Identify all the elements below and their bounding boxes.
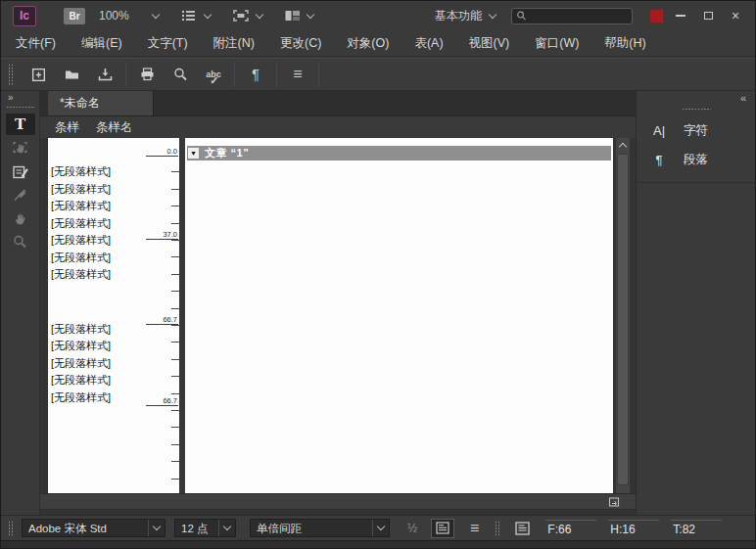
hand-icon xyxy=(12,210,28,226)
page-arrow-icon xyxy=(608,496,621,508)
toolbar-grip[interactable] xyxy=(8,64,13,85)
status-bar: Adobe 宋体 Std 12 点 单倍间距 ½ ≡ F:66 H:16 xyxy=(1,515,755,540)
tools-panel: » T xyxy=(1,91,40,515)
print-button[interactable] xyxy=(132,62,162,87)
menu-help[interactable]: 帮助(H) xyxy=(591,35,658,52)
chevron-down-icon xyxy=(306,10,313,18)
bridge-button[interactable]: Br xyxy=(64,8,85,24)
font-family-value: Adobe 宋体 Std xyxy=(23,520,148,536)
tools-panel-grip[interactable] xyxy=(6,106,35,110)
menu-edit[interactable]: 编辑(E) xyxy=(69,35,135,52)
workspace-switcher[interactable]: 基本功能 xyxy=(435,8,496,24)
paragraph-style-label: [无段落样式] xyxy=(48,250,145,267)
font-size-select[interactable]: 12 点 xyxy=(174,519,236,537)
tab-galley[interactable]: 条样 xyxy=(55,119,79,136)
paragraph-style-label: [无段落样式] xyxy=(48,266,145,284)
maximize-button[interactable] xyxy=(694,7,722,24)
ruler-label: 0.0 xyxy=(146,148,178,157)
paragraph-style-label: [无段落样式] xyxy=(48,389,145,407)
tab-galley-name[interactable]: 条样名 xyxy=(96,119,133,136)
chevron-down-icon xyxy=(203,10,211,18)
pilcrow-icon: ¶ xyxy=(252,67,260,82)
find-button[interactable] xyxy=(165,62,195,87)
zoom-tool[interactable] xyxy=(6,231,35,252)
statusbar-grip[interactable] xyxy=(495,521,499,536)
statusbar-grip[interactable] xyxy=(8,521,13,536)
hamburger-menu-icon: ≡ xyxy=(293,66,302,83)
copyfit-info-button[interactable] xyxy=(510,519,534,538)
menu-file[interactable]: 文件(F) xyxy=(3,35,69,52)
panel-character[interactable]: A| 字符 xyxy=(637,115,755,145)
open-document-button[interactable] xyxy=(57,62,86,87)
document-tab[interactable]: *未命名 xyxy=(48,91,154,115)
chevron-down-icon xyxy=(255,10,262,18)
menu-window[interactable]: 窗口(W) xyxy=(522,35,591,52)
line-spacing-select[interactable]: 单倍间距 xyxy=(250,519,390,537)
new-document-button[interactable] xyxy=(24,62,53,87)
eyedropper-icon xyxy=(12,187,28,203)
ruler-label: 37.0 xyxy=(146,231,178,240)
spellcheck-icon: abc ✓ xyxy=(206,69,221,79)
search-box[interactable] xyxy=(511,8,633,24)
incopy-window: Ic Br 100% xyxy=(0,0,756,549)
panel-paragraph[interactable]: ¶ 段落 xyxy=(637,145,755,174)
font-size-value: 12 点 xyxy=(175,520,218,536)
type-tool[interactable]: T xyxy=(6,114,35,135)
chevron-down-icon xyxy=(489,10,496,18)
menu-object[interactable]: 对象(O) xyxy=(334,35,402,52)
menu-type[interactable]: 文字(T) xyxy=(135,35,201,52)
window-bottom-edge xyxy=(1,540,755,548)
line-spacing-value: 单倍间距 xyxy=(251,520,372,536)
paragraph-style-label: [无段落样式] xyxy=(48,198,145,215)
main-toolbar: abc ✓ ¶ ≡ xyxy=(1,58,755,91)
arrange-documents-button[interactable] xyxy=(284,9,313,23)
toolbar-separator xyxy=(125,62,126,87)
font-family-select[interactable]: Adobe 宋体 Std xyxy=(22,519,165,537)
menu-notes[interactable]: 附注(N) xyxy=(201,35,267,52)
statusbar-menu-icon[interactable]: ≡ xyxy=(470,520,479,537)
story-header-bar[interactable]: ▼ 文章 “1” xyxy=(187,146,611,160)
vertical-scrollbar[interactable] xyxy=(616,138,630,493)
save-button[interactable] xyxy=(90,62,119,87)
red-indicator xyxy=(650,10,663,23)
horizontal-scrollbar[interactable] xyxy=(40,493,636,510)
menu-changes[interactable]: 更改(C) xyxy=(267,35,334,52)
menu-table[interactable]: 表(A) xyxy=(402,35,455,52)
minimize-button[interactable] xyxy=(667,7,694,24)
chevron-box xyxy=(218,520,235,536)
collapse-panels-icon[interactable]: « xyxy=(637,91,755,106)
position-tool[interactable] xyxy=(6,137,35,159)
screen-mode-button[interactable] xyxy=(232,9,262,23)
half-width-icon[interactable]: ½ xyxy=(407,522,417,535)
story-text-area[interactable]: ▼ 文章 “1” xyxy=(185,138,613,493)
eyedropper-tool[interactable] xyxy=(6,184,35,206)
zoom-level-value: 100% xyxy=(99,9,129,23)
layout-jump-button[interactable] xyxy=(607,495,622,509)
note-tool[interactable] xyxy=(6,160,35,182)
view-options-button[interactable] xyxy=(180,9,211,23)
workspace-label: 基本功能 xyxy=(435,8,482,24)
copyfit-stat-f: F:66 xyxy=(545,520,596,536)
scrollbar-thumb[interactable] xyxy=(617,154,629,485)
galley-view: [无段落样式] [无段落样式] [无段落样式] [无段落样式] [无段落样式] … xyxy=(40,138,636,515)
spellcheck-button[interactable]: abc ✓ xyxy=(199,62,228,87)
dock-grip[interactable] xyxy=(682,108,711,112)
save-icon xyxy=(97,67,114,82)
toolbar-menu-button[interactable]: ≡ xyxy=(283,62,312,87)
hand-tool[interactable] xyxy=(6,207,35,229)
title-bar: Ic Br 100% xyxy=(1,1,755,30)
search-input[interactable] xyxy=(527,10,628,22)
menu-view[interactable]: 视图(V) xyxy=(456,35,523,52)
arrange-documents-icon xyxy=(284,9,301,23)
character-panel-icon: A| xyxy=(649,123,669,138)
story-title: 文章 “1” xyxy=(205,146,249,160)
scroll-up-icon[interactable] xyxy=(619,143,627,151)
galley-info-toggle[interactable] xyxy=(431,519,454,538)
ruler-label: 66.7 xyxy=(146,316,178,325)
show-hidden-characters-button[interactable]: ¶ xyxy=(241,62,270,87)
close-button[interactable]: × xyxy=(722,7,749,24)
paragraph-panel-icon: ¶ xyxy=(649,153,669,167)
zoom-level-dropdown[interactable]: 100% xyxy=(99,9,159,23)
collapse-story-icon[interactable]: ▼ xyxy=(188,148,199,159)
expand-panel-icon[interactable]: » xyxy=(1,91,39,103)
